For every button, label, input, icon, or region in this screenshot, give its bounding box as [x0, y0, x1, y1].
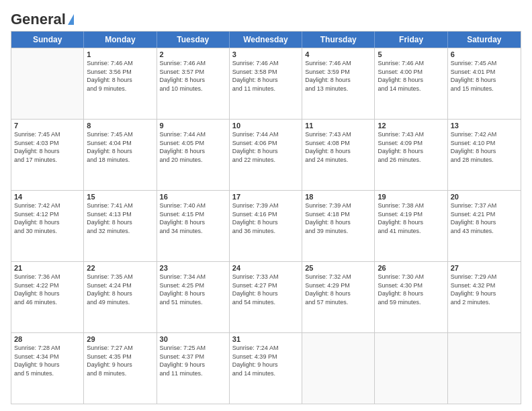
- day-number: 26: [378, 264, 444, 272]
- calendar-header: SundayMondayTuesdayWednesdayThursdayFrid…: [11, 32, 521, 48]
- calendar-cell: 25Sunrise: 7:32 AMSunset: 4:29 PMDayligh…: [302, 262, 375, 332]
- header: General: [11, 11, 521, 26]
- day-number: 13: [451, 122, 518, 130]
- calendar-cell: 8Sunrise: 7:45 AMSunset: 4:04 PMDaylight…: [84, 120, 157, 190]
- calendar-cell: 2Sunrise: 7:46 AMSunset: 3:57 PMDaylight…: [157, 48, 230, 119]
- day-number: 5: [378, 50, 444, 58]
- cell-info: Sunrise: 7:43 AMSunset: 4:09 PMDaylight:…: [378, 130, 444, 164]
- calendar-cell: 1Sunrise: 7:46 AMSunset: 3:56 PMDaylight…: [84, 48, 157, 119]
- cell-info: Sunrise: 7:46 AMSunset: 3:57 PMDaylight:…: [160, 59, 226, 93]
- calendar: SundayMondayTuesdayWednesdayThursdayFrid…: [11, 31, 521, 404]
- calendar-cell: 7Sunrise: 7:45 AMSunset: 4:03 PMDaylight…: [11, 120, 84, 190]
- calendar-cell: 12Sunrise: 7:43 AMSunset: 4:09 PMDayligh…: [375, 120, 447, 190]
- cell-info: Sunrise: 7:28 AMSunset: 4:34 PMDaylight:…: [14, 344, 81, 377]
- page: General SundayMondayTuesdayWednesdayThur…: [0, 0, 532, 411]
- calendar-row: 28Sunrise: 7:28 AMSunset: 4:34 PMDayligh…: [11, 332, 521, 404]
- day-number: 8: [87, 122, 153, 130]
- calendar-row: 14Sunrise: 7:42 AMSunset: 4:12 PMDayligh…: [11, 190, 521, 261]
- weekday-header: Sunday: [11, 32, 84, 48]
- cell-info: Sunrise: 7:27 AMSunset: 4:35 PMDaylight:…: [87, 344, 153, 377]
- day-number: 24: [232, 264, 299, 272]
- calendar-cell: [375, 333, 447, 404]
- calendar-cell: 19Sunrise: 7:38 AMSunset: 4:19 PMDayligh…: [375, 191, 447, 261]
- calendar-row: 21Sunrise: 7:36 AMSunset: 4:22 PMDayligh…: [11, 261, 521, 332]
- cell-info: Sunrise: 7:45 AMSunset: 4:01 PMDaylight:…: [451, 59, 518, 93]
- calendar-cell: 26Sunrise: 7:30 AMSunset: 4:30 PMDayligh…: [375, 262, 447, 332]
- cell-info: Sunrise: 7:24 AMSunset: 4:39 PMDaylight:…: [232, 344, 299, 377]
- calendar-cell: 5Sunrise: 7:46 AMSunset: 4:00 PMDaylight…: [375, 48, 447, 119]
- day-number: 31: [232, 335, 299, 343]
- cell-info: Sunrise: 7:41 AMSunset: 4:13 PMDaylight:…: [87, 201, 153, 235]
- cell-info: Sunrise: 7:33 AMSunset: 4:27 PMDaylight:…: [232, 273, 299, 306]
- day-number: 19: [378, 193, 444, 201]
- day-number: 11: [305, 122, 371, 130]
- cell-info: Sunrise: 7:34 AMSunset: 4:25 PMDaylight:…: [160, 273, 226, 306]
- day-number: 6: [451, 50, 518, 58]
- cell-info: Sunrise: 7:39 AMSunset: 4:18 PMDaylight:…: [305, 201, 371, 235]
- calendar-cell: [11, 48, 84, 119]
- cell-info: Sunrise: 7:30 AMSunset: 4:30 PMDaylight:…: [378, 273, 444, 306]
- calendar-cell: 23Sunrise: 7:34 AMSunset: 4:25 PMDayligh…: [157, 262, 230, 332]
- day-number: 9: [160, 122, 226, 130]
- logo-triangle-icon: [68, 14, 74, 25]
- weekday-header: Friday: [375, 32, 447, 48]
- calendar-cell: 18Sunrise: 7:39 AMSunset: 4:18 PMDayligh…: [302, 191, 375, 261]
- cell-info: Sunrise: 7:46 AMSunset: 3:58 PMDaylight:…: [232, 59, 299, 93]
- calendar-row: 1Sunrise: 7:46 AMSunset: 3:56 PMDaylight…: [11, 48, 521, 119]
- calendar-cell: 11Sunrise: 7:43 AMSunset: 4:08 PMDayligh…: [302, 120, 375, 190]
- cell-info: Sunrise: 7:29 AMSunset: 4:32 PMDaylight:…: [451, 273, 518, 306]
- calendar-cell: 22Sunrise: 7:35 AMSunset: 4:24 PMDayligh…: [84, 262, 157, 332]
- cell-info: Sunrise: 7:39 AMSunset: 4:16 PMDaylight:…: [232, 201, 299, 235]
- cell-info: Sunrise: 7:32 AMSunset: 4:29 PMDaylight:…: [305, 273, 371, 306]
- weekday-header: Wednesday: [230, 32, 302, 48]
- cell-info: Sunrise: 7:36 AMSunset: 4:22 PMDaylight:…: [14, 273, 81, 306]
- calendar-cell: 20Sunrise: 7:37 AMSunset: 4:21 PMDayligh…: [448, 191, 521, 261]
- day-number: 30: [160, 335, 226, 343]
- day-number: 12: [378, 122, 444, 130]
- cell-info: Sunrise: 7:45 AMSunset: 4:03 PMDaylight:…: [14, 130, 81, 164]
- calendar-cell: 16Sunrise: 7:40 AMSunset: 4:15 PMDayligh…: [157, 191, 230, 261]
- day-number: 28: [14, 335, 81, 343]
- day-number: 14: [14, 193, 81, 201]
- cell-info: Sunrise: 7:38 AMSunset: 4:19 PMDaylight:…: [378, 201, 444, 235]
- cell-info: Sunrise: 7:46 AMSunset: 3:56 PMDaylight:…: [87, 59, 153, 93]
- calendar-cell: 28Sunrise: 7:28 AMSunset: 4:34 PMDayligh…: [11, 333, 84, 404]
- day-number: 21: [14, 264, 81, 272]
- calendar-cell: 3Sunrise: 7:46 AMSunset: 3:58 PMDaylight…: [230, 48, 302, 119]
- calendar-cell: 24Sunrise: 7:33 AMSunset: 4:27 PMDayligh…: [230, 262, 302, 332]
- day-number: 4: [305, 50, 371, 58]
- day-number: 2: [160, 50, 226, 58]
- day-number: 17: [232, 193, 299, 201]
- cell-info: Sunrise: 7:42 AMSunset: 4:10 PMDaylight:…: [451, 130, 518, 164]
- calendar-cell: 10Sunrise: 7:44 AMSunset: 4:06 PMDayligh…: [230, 120, 302, 190]
- calendar-cell: 29Sunrise: 7:27 AMSunset: 4:35 PMDayligh…: [84, 333, 157, 404]
- cell-info: Sunrise: 7:42 AMSunset: 4:12 PMDaylight:…: [14, 201, 81, 235]
- day-number: 23: [160, 264, 226, 272]
- day-number: 20: [451, 193, 518, 201]
- calendar-cell: 9Sunrise: 7:44 AMSunset: 4:05 PMDaylight…: [157, 120, 230, 190]
- day-number: 29: [87, 335, 153, 343]
- calendar-cell: 14Sunrise: 7:42 AMSunset: 4:12 PMDayligh…: [11, 191, 84, 261]
- cell-info: Sunrise: 7:44 AMSunset: 4:06 PMDaylight:…: [232, 130, 299, 164]
- day-number: 15: [87, 193, 153, 201]
- logo: General: [11, 11, 74, 26]
- calendar-cell: [448, 333, 521, 404]
- calendar-row: 7Sunrise: 7:45 AMSunset: 4:03 PMDaylight…: [11, 119, 521, 190]
- day-number: 16: [160, 193, 226, 201]
- logo-general: General: [11, 11, 66, 28]
- calendar-cell: 4Sunrise: 7:46 AMSunset: 3:59 PMDaylight…: [302, 48, 375, 119]
- calendar-cell: 30Sunrise: 7:25 AMSunset: 4:37 PMDayligh…: [157, 333, 230, 404]
- day-number: 27: [451, 264, 518, 272]
- day-number: 3: [232, 50, 299, 58]
- day-number: 22: [87, 264, 153, 272]
- cell-info: Sunrise: 7:45 AMSunset: 4:04 PMDaylight:…: [87, 130, 153, 164]
- weekday-header: Tuesday: [157, 32, 230, 48]
- calendar-cell: 15Sunrise: 7:41 AMSunset: 4:13 PMDayligh…: [84, 191, 157, 261]
- cell-info: Sunrise: 7:25 AMSunset: 4:37 PMDaylight:…: [160, 344, 226, 377]
- calendar-cell: [302, 333, 375, 404]
- cell-info: Sunrise: 7:37 AMSunset: 4:21 PMDaylight:…: [451, 201, 518, 235]
- calendar-cell: 21Sunrise: 7:36 AMSunset: 4:22 PMDayligh…: [11, 262, 84, 332]
- calendar-body: 1Sunrise: 7:46 AMSunset: 3:56 PMDaylight…: [11, 48, 521, 404]
- cell-info: Sunrise: 7:35 AMSunset: 4:24 PMDaylight:…: [87, 273, 153, 306]
- calendar-cell: 13Sunrise: 7:42 AMSunset: 4:10 PMDayligh…: [448, 120, 521, 190]
